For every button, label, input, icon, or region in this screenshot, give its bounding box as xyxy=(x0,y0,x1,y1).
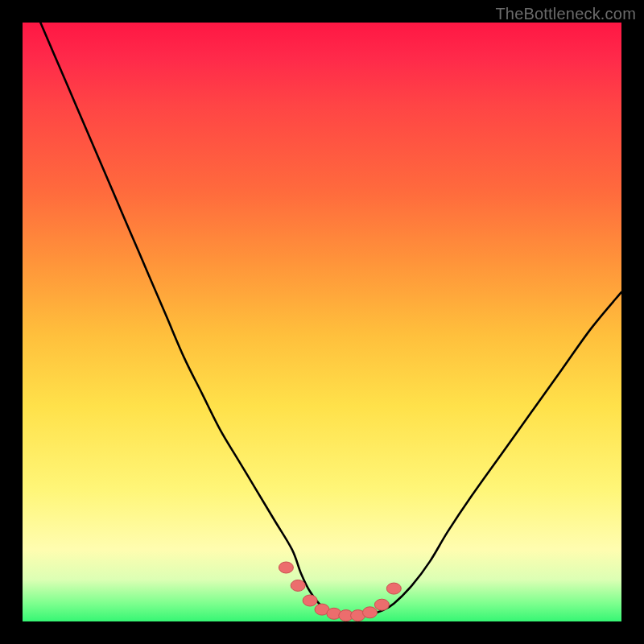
curve-marker xyxy=(303,595,317,606)
plot-area xyxy=(23,23,621,621)
curve-marker xyxy=(363,607,378,618)
curve-svg xyxy=(23,23,621,621)
curve-marker xyxy=(291,580,305,591)
bottleneck-curve xyxy=(40,23,621,616)
curve-marker xyxy=(279,562,293,573)
chart-frame: TheBottleneck.com xyxy=(0,0,644,644)
watermark-text: TheBottleneck.com xyxy=(495,5,636,23)
curve-marker xyxy=(386,583,401,594)
curve-marker xyxy=(374,599,389,610)
curve-markers xyxy=(279,562,401,621)
